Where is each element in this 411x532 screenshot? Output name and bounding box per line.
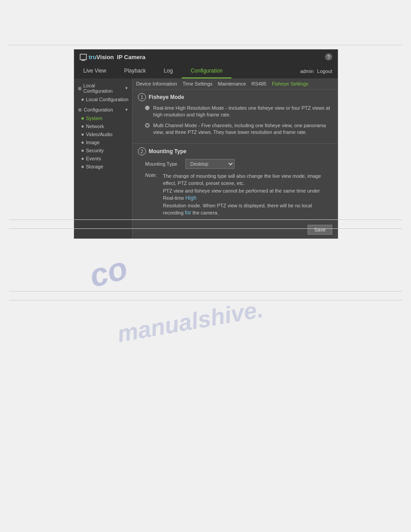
note-link-for: for [185, 210, 191, 216]
sidebar-toggle-local: ▼ [124, 86, 128, 90]
note-row: Note: The change of mounting type will a… [145, 172, 332, 217]
divider-mid3 [9, 291, 402, 292]
sidebar-image-label: Image [86, 140, 100, 145]
sub-tab-device-info[interactable]: Device Information [136, 80, 177, 87]
sidebar-network-label: Network [86, 124, 104, 129]
bullet-system [81, 117, 84, 120]
tv-icon [80, 54, 87, 60]
sidebar-header-local-config[interactable]: ⊞ Local Configuration ▼ [74, 81, 132, 95]
sidebar-section-config: ⚙ Configuration ▼ System Network Vi [74, 105, 132, 171]
sidebar-item-network[interactable]: Network [74, 122, 132, 130]
sidebar-videoaudio-label: Video/Audio [86, 132, 112, 137]
bullet-storage [81, 166, 84, 168]
fisheye-mode-section: 1 Fisheye Mode Real-time High Resolution… [133, 90, 338, 143]
sub-tab-fisheye[interactable]: Fisheye Settings [272, 80, 308, 87]
save-button[interactable]: Save [308, 225, 332, 235]
radio-row-multi[interactable]: Multi Channel Mode - Five channels, incl… [145, 122, 332, 136]
radio-row-realtime[interactable]: Real-time High Resolution Mode - Include… [145, 105, 332, 119]
sidebar-item-security[interactable]: Security [74, 146, 132, 154]
sidebar-system-label: System [86, 116, 103, 121]
note-label: Note: [145, 172, 163, 217]
nav-user: admin [300, 69, 313, 74]
page-wrapper: truVision IP Camera ? Live View Playback… [0, 0, 411, 532]
sidebar-item-videoaudio[interactable]: Video/Audio [74, 130, 132, 138]
radio-realtime-text: Real-time High Resolution Mode - Include… [153, 105, 332, 119]
sidebar-local-config-label: Local Configuration [83, 83, 124, 94]
sidebar-item-system[interactable]: System [74, 114, 132, 122]
note-text-2-part3: the camera. [191, 210, 218, 215]
radio-realtime[interactable] [145, 106, 150, 110]
divider-mid1 [9, 219, 402, 220]
bullet-security [81, 150, 84, 152]
sidebar-security-label: Security [86, 148, 104, 153]
note-link-high: High [185, 195, 197, 201]
note-text-1: The change of mounting type will also ch… [163, 173, 321, 186]
help-icon[interactable]: ? [325, 53, 332, 60]
brand-name: truVision IP Camera [89, 54, 146, 60]
config-icon: ⚙ [78, 107, 82, 112]
sidebar: ⊞ Local Configuration ▼ Local Configurat… [74, 78, 133, 238]
mounting-label: Mounting Type [145, 161, 185, 167]
sidebar-events-label: Events [86, 156, 101, 161]
divider-top [9, 45, 402, 45]
bullet-videoaudio [81, 133, 84, 136]
bullet-image [81, 142, 84, 144]
local-config-icon: ⊞ [78, 86, 81, 91]
content-panel: Device Information Time Settings Mainten… [133, 78, 338, 238]
nav-tabs: Live View Playback Log Configuration adm… [74, 64, 338, 78]
watermark-manualshive: manualshive. [115, 296, 265, 348]
tab-playback[interactable]: Playback [115, 64, 155, 78]
sidebar-item-local-configuration[interactable]: Local Configuration [74, 95, 132, 103]
tab-configuration[interactable]: Configuration [182, 64, 231, 78]
mounting-row: Mounting Type Desktop Wall Mount Ceiling [145, 159, 332, 169]
tab-live-view[interactable]: Live View [74, 64, 115, 78]
watermark-co: co [86, 249, 131, 295]
brand-logo: truVision IP Camera [80, 54, 146, 60]
tab-log[interactable]: Log [155, 64, 182, 78]
nav-tabs-right: admin Logout [300, 69, 338, 74]
divider-mid2 [9, 228, 402, 229]
sub-tab-maintenance[interactable]: Maintenance [218, 80, 246, 87]
nav-tabs-left: Live View Playback Log Configuration [74, 64, 231, 78]
sidebar-item-image[interactable]: Image [74, 138, 132, 146]
sidebar-toggle-config: ▼ [124, 107, 128, 112]
sidebar-item-storage[interactable]: Storage [74, 163, 132, 171]
header-bar: truVision IP Camera ? [74, 50, 338, 64]
sidebar-item-events[interactable]: Events [74, 154, 132, 163]
mounting-type-title: Mounting Type [149, 148, 186, 154]
sub-tabs: Device Information Time Settings Mainten… [133, 78, 338, 90]
sidebar-header-config[interactable]: ⚙ Configuration ▼ [74, 105, 132, 114]
brand-vision: Vision [96, 54, 114, 60]
bullet-local-config [81, 99, 84, 101]
sub-tab-rs485[interactable]: RS485 [252, 80, 267, 87]
fisheye-mode-title: Fisheye Mode [149, 94, 184, 100]
bullet-events [81, 158, 84, 160]
bullet-network [81, 125, 84, 128]
divider-mid4 [9, 300, 402, 300]
sidebar-storage-label: Storage [86, 164, 103, 169]
fisheye-mode-header: 1 Fisheye Mode [138, 93, 332, 101]
mounting-type-header: 2 Mounting Type [138, 147, 332, 155]
note-content: The change of mounting type will also ch… [163, 172, 332, 217]
sidebar-local-config-item-label: Local Configuration [86, 97, 128, 102]
save-row: Save [133, 222, 338, 238]
radio-multi-text: Multi Channel Mode - Five channels, incl… [153, 122, 332, 136]
mounting-select[interactable]: Desktop Wall Mount Ceiling [185, 159, 235, 169]
camera-ui: truVision IP Camera ? Live View Playback… [74, 49, 338, 239]
mounting-type-num: 2 [138, 147, 146, 155]
main-area: ⊞ Local Configuration ▼ Local Configurat… [74, 78, 338, 238]
mounting-type-section: 2 Mounting Type Mounting Type Desktop Wa… [133, 143, 338, 222]
sub-tab-time-settings[interactable]: Time Settings [183, 80, 213, 87]
logout-button[interactable]: Logout [317, 69, 332, 74]
sidebar-section-local: ⊞ Local Configuration ▼ Local Configurat… [74, 81, 132, 103]
radio-multi[interactable] [145, 123, 150, 128]
sidebar-config-label: Configuration [84, 107, 113, 112]
brand-tru: tru [89, 54, 96, 60]
fisheye-mode-num: 1 [138, 93, 146, 101]
